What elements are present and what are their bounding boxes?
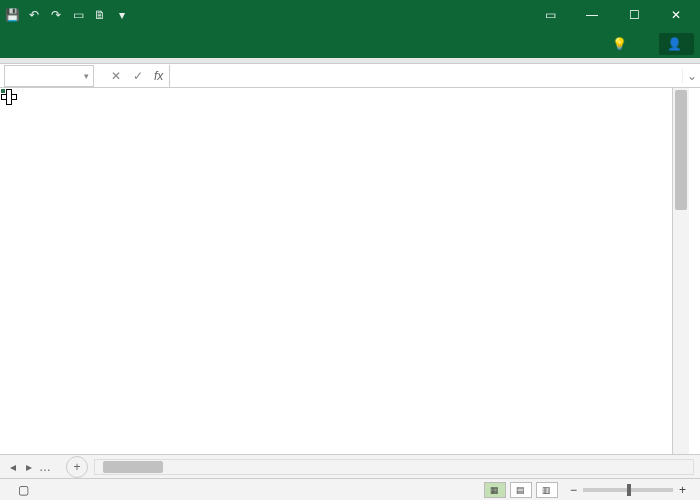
formula-bar[interactable]: [169, 65, 682, 87]
sheet-nav[interactable]: ◂▸…: [0, 460, 58, 474]
formula-bar-row: ✕ ✓ fx ⌄: [0, 64, 700, 88]
spreadsheet-grid[interactable]: [0, 88, 672, 454]
tell-me[interactable]: 💡: [604, 33, 639, 55]
share-button[interactable]: 👤: [659, 33, 694, 55]
normal-view-button[interactable]: ▦: [484, 482, 506, 498]
undo-icon[interactable]: ↶: [26, 7, 42, 23]
add-sheet-button[interactable]: +: [66, 456, 88, 478]
expand-formula-icon[interactable]: ⌄: [682, 69, 700, 83]
cell-cursor-icon: [0, 88, 18, 106]
zoom-control[interactable]: − +: [570, 483, 692, 497]
zoom-out-button[interactable]: −: [570, 483, 577, 497]
vertical-scrollbar[interactable]: [672, 88, 689, 454]
fx-icon[interactable]: fx: [154, 69, 163, 83]
new-file-icon[interactable]: ▭: [70, 7, 86, 23]
window-controls: ▭ — ☐ ✕: [530, 1, 696, 29]
quick-access-toolbar: 💾 ↶ ↷ ▭ 🗎 ▾: [4, 7, 130, 23]
close-button[interactable]: ✕: [656, 1, 696, 29]
minimize-button[interactable]: —: [572, 1, 612, 29]
print-preview-icon[interactable]: 🗎: [92, 7, 108, 23]
qat-dropdown-icon[interactable]: ▾: [114, 7, 130, 23]
save-icon[interactable]: 💾: [4, 7, 20, 23]
maximize-button[interactable]: ☐: [614, 1, 654, 29]
name-box[interactable]: [4, 65, 94, 87]
title-bar: 💾 ↶ ↷ ▭ 🗎 ▾ ▭ — ☐ ✕: [0, 0, 700, 30]
macro-record-icon[interactable]: ▢: [18, 483, 29, 497]
sheet-tab-bar: ◂▸… +: [0, 454, 700, 478]
page-break-view-button[interactable]: ▥: [536, 482, 558, 498]
ribbon-options-icon[interactable]: ▭: [530, 1, 570, 29]
enter-formula-icon[interactable]: ✓: [128, 69, 148, 83]
login-button[interactable]: [641, 40, 657, 48]
zoom-in-button[interactable]: +: [679, 483, 686, 497]
page-layout-view-button[interactable]: ▤: [510, 482, 532, 498]
horizontal-scrollbar[interactable]: [94, 459, 694, 475]
ribbon-tabs: 💡 👤: [0, 30, 700, 58]
status-bar: ▢ ▦ ▤ ▥ − +: [0, 478, 700, 500]
cancel-formula-icon[interactable]: ✕: [106, 69, 126, 83]
redo-icon[interactable]: ↷: [48, 7, 64, 23]
